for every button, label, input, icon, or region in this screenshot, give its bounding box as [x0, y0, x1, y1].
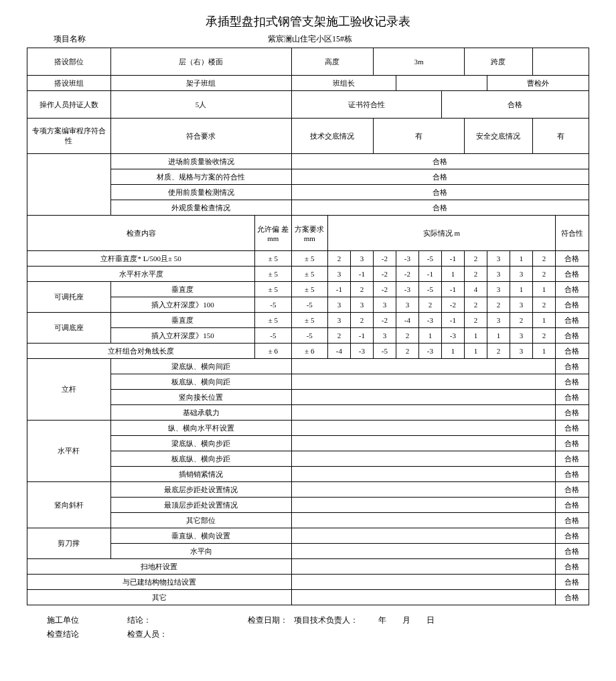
- main-table: 搭设部位 层（右）楼面 高度 3m 跨度 搭设班组 架子班组 班组长 曹检外 操…: [27, 48, 589, 605]
- footer: 施工单位 检查结论 结论： 检查人员： 检查日期： 项目技术负责人： 年 月 日: [27, 615, 589, 640]
- footer-conclusion-label: 检查结论: [47, 629, 127, 640]
- cell: 垂直度: [110, 313, 254, 328]
- cell: 合格: [291, 200, 589, 216]
- cell: 合格: [555, 251, 589, 267]
- cell: 水平向: [110, 544, 291, 559]
- cell: 材质、规格与方案的符合性: [110, 169, 291, 185]
- cell: 跨度: [464, 48, 532, 76]
- cell: ± 5: [255, 313, 291, 328]
- cell: 2: [327, 251, 350, 267]
- cell: [291, 467, 555, 482]
- cell: 架子班组: [110, 76, 291, 91]
- cell: 合格: [555, 482, 589, 498]
- cell: 合格: [555, 359, 589, 374]
- cell: -5: [291, 297, 327, 313]
- cell: 使用前质量检测情况: [110, 185, 291, 200]
- cell: 2: [487, 297, 510, 313]
- cell: 2: [532, 267, 555, 282]
- cell: ± 6: [255, 344, 291, 359]
- group-row: 板底纵、横向间距合格: [27, 374, 589, 390]
- cell: 3: [327, 297, 350, 313]
- cell: [291, 421, 555, 436]
- cell: [291, 513, 555, 528]
- cell: 3m: [373, 48, 464, 76]
- cell: 允许偏 差 mm: [255, 216, 291, 251]
- cell: 可调托座: [27, 282, 111, 313]
- cell: ± 5: [255, 267, 291, 282]
- cell: ± 5: [255, 282, 291, 297]
- cell: 符合性: [555, 216, 589, 251]
- cell: -2: [396, 267, 418, 282]
- cell: 合格: [555, 282, 589, 297]
- cell: 插入立杆深度》100: [110, 297, 254, 313]
- cell: 立杆: [27, 359, 111, 421]
- cell: [532, 48, 589, 76]
- group-row: 基础承载力合格: [27, 405, 589, 421]
- cell: 立杆垂直度* L/500且± 50: [27, 251, 255, 267]
- row-location: 搭设部位 层（右）楼面 高度 3m 跨度: [27, 48, 589, 76]
- group-row: 立杆梁底纵、横向间距合格: [27, 359, 589, 374]
- footer-month: 月: [402, 615, 410, 625]
- group-row: 剪刀撑垂直纵、横向设置合格: [27, 528, 589, 544]
- cell: 3: [350, 251, 373, 267]
- cell: 合格: [291, 185, 589, 200]
- cell: [291, 436, 555, 451]
- cell: -1: [441, 313, 464, 328]
- cell: 合格: [291, 154, 589, 169]
- row-pre: 进场前质量验收情况 合格: [27, 154, 589, 169]
- group-row: 板底纵、横向步距合格: [27, 451, 589, 467]
- cell: 板底纵、横向间距: [110, 374, 291, 390]
- cell: -3: [418, 344, 441, 359]
- cell: 2: [327, 328, 350, 344]
- footer-year: 年: [378, 615, 386, 625]
- cell: 剪刀撑: [27, 528, 111, 559]
- cell: [291, 559, 555, 575]
- cell: 2: [464, 313, 487, 328]
- cell: -1: [350, 328, 373, 344]
- cell: 2: [532, 328, 555, 344]
- cell: 合格: [555, 405, 589, 421]
- cell: 合格: [555, 513, 589, 528]
- project-row: 项目名称 紫宸澜山住宅小区15#栋: [27, 33, 589, 45]
- cell: -3: [396, 251, 418, 267]
- cell: 2: [464, 267, 487, 282]
- doc-title: 承插型盘扣式钢管支架施工验收记录表: [27, 13, 589, 29]
- cell: [396, 76, 487, 91]
- cell: 3: [487, 282, 510, 297]
- cell: 合格: [555, 313, 589, 328]
- cell: 安全交底情况: [464, 119, 532, 154]
- cell: 梁底纵、横向间距: [110, 359, 291, 374]
- measure-row: 可调底座垂直度± 5± 532-2-4-3-12321合格: [27, 313, 589, 328]
- cell: 2: [532, 297, 555, 313]
- cell: [291, 405, 555, 421]
- cell: 2: [350, 313, 373, 328]
- cell: 垂直度: [110, 282, 254, 297]
- cell: -3: [418, 313, 441, 328]
- cell: 2: [487, 344, 510, 359]
- measure-row: 可调托座垂直度± 5± 5-12-2-3-5-14311合格: [27, 282, 589, 297]
- cell: 插入立杆深度》150: [110, 328, 254, 344]
- tail-row: 与已建结构物拉结设置合格: [27, 575, 589, 590]
- cell: 合格: [555, 390, 589, 405]
- group-row: 竖向斜杆最底层步距处设置情况合格: [27, 482, 589, 498]
- group-row: 其它部位合格: [27, 513, 589, 528]
- cell: -2: [373, 282, 396, 297]
- cell: 垂直纵、横向设置: [110, 528, 291, 544]
- cell: 技术交底情况: [291, 119, 373, 154]
- cell: 1: [487, 328, 510, 344]
- cell: 外观质量检查情况: [110, 200, 291, 216]
- cell: -2: [373, 267, 396, 282]
- cell: 3: [327, 267, 350, 282]
- measure-row: 水平杆水平度± 5± 53-1-2-2-112332合格: [27, 267, 589, 282]
- cell: 3: [373, 297, 396, 313]
- cell: 最底层步距处设置情况: [110, 482, 291, 498]
- cell: 扫地杆设置: [27, 559, 292, 575]
- cell: [291, 482, 555, 498]
- cell: 合格: [555, 498, 589, 513]
- project-label: 项目名称: [27, 33, 147, 45]
- cell: 曹检外: [487, 76, 589, 91]
- row-measure-head: 检查内容 允许偏 差 mm 方案要求 mm 实际情况 m 符合性: [27, 216, 589, 251]
- cell: -3: [396, 282, 418, 297]
- cell: 2: [418, 297, 441, 313]
- group-row: 最顶层步距处设置情况合格: [27, 498, 589, 513]
